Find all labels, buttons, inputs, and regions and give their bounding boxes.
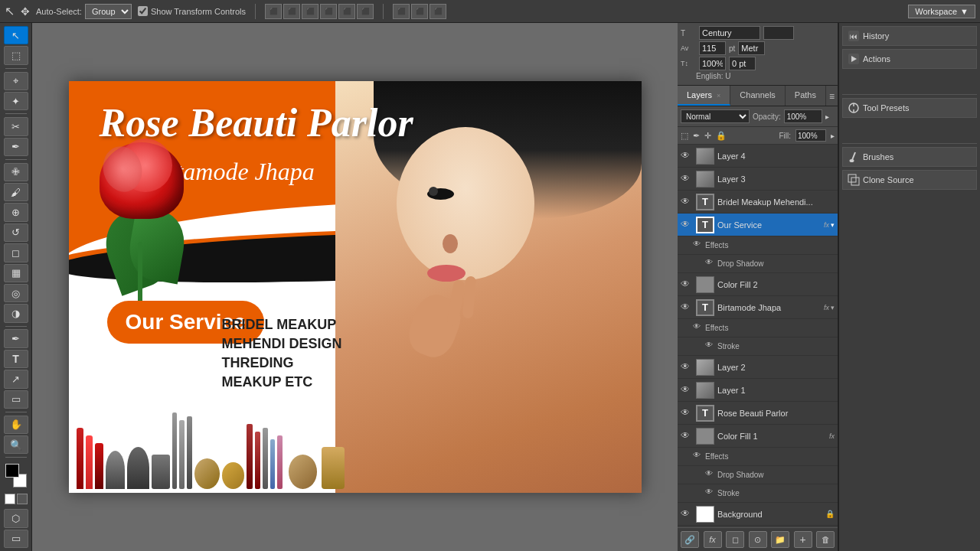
tool-presets-header[interactable]: Tool Presets <box>842 98 977 118</box>
lock-transparent-icon[interactable]: ⬚ <box>681 131 688 141</box>
show-transform-label[interactable]: Show Transform Controls <box>138 6 246 16</box>
visibility-icon[interactable]: 👁 <box>681 407 693 419</box>
lock-position-icon[interactable]: ✛ <box>704 131 711 141</box>
stamp-tool[interactable]: ⊕ <box>4 203 28 221</box>
layer-item-roseparlor[interactable]: 👁 T Rose Beauti Parlor <box>678 402 838 425</box>
workspace-button[interactable]: Workspace ▼ <box>908 5 975 18</box>
lasso-tool[interactable]: ⌖ <box>4 72 28 90</box>
align-center-btn[interactable]: ⬛ <box>283 4 300 19</box>
dist-v-btn[interactable]: ⬛ <box>411 4 428 19</box>
fg-color[interactable] <box>5 464 19 478</box>
visibility-icon[interactable]: 👁 <box>693 322 705 334</box>
visibility-icon[interactable]: 👁 <box>681 302 693 314</box>
leading-input[interactable] <box>699 57 726 70</box>
dist-h-btn[interactable]: ⬛ <box>393 4 410 19</box>
hand-tool[interactable]: ✋ <box>4 416 28 434</box>
crop-tool[interactable]: ✂ <box>4 117 28 135</box>
layer-item-colorfill1[interactable]: 👁 Color Fill 1 fx <box>678 425 838 448</box>
layer-item-effects2[interactable]: 👁 Effects <box>678 319 838 337</box>
brush-tool[interactable]: 🖌 <box>4 183 28 201</box>
brushes-header[interactable]: Brushes <box>842 147 977 167</box>
visibility-icon[interactable]: 👁 <box>681 173 693 185</box>
quick-mask-btn[interactable]: ⬡ <box>4 509 28 527</box>
link-layers-btn[interactable]: 🔗 <box>681 531 699 548</box>
visibility-icon[interactable]: 👁 <box>705 341 717 353</box>
kerning-input[interactable] <box>729 57 756 70</box>
layer-item-dropshadow1[interactable]: 👁 Drop Shadow <box>678 255 838 273</box>
add-fx-btn[interactable]: fx <box>704 531 722 548</box>
layer-item-layer4[interactable]: 👁 Layer 4 <box>678 145 838 168</box>
screen-mode[interactable] <box>17 494 28 504</box>
show-transform-checkbox[interactable] <box>138 6 148 16</box>
new-group-btn[interactable]: 📁 <box>771 531 789 548</box>
move-tool[interactable]: ↖ <box>4 26 28 44</box>
visibility-icon[interactable]: 👁 <box>681 219 693 231</box>
clone-source-header[interactable]: Clone Source <box>842 170 977 190</box>
fill-arrows[interactable]: ▸ <box>831 132 835 140</box>
new-layer-btn[interactable]: + <box>794 531 812 548</box>
lock-image-icon[interactable]: ✒ <box>693 131 700 141</box>
shape-tool[interactable]: ▭ <box>4 390 28 409</box>
panel-menu-btn[interactable]: ≡ <box>826 86 838 106</box>
blend-mode-select[interactable]: Normal Multiply Screen <box>681 109 750 123</box>
layer-item-effects1[interactable]: 👁 Effects <box>678 236 838 255</box>
layer-item-dropshadow3[interactable]: 👁 Drop Shadow <box>678 466 838 484</box>
auto-select-dropdown[interactable]: Group Layer <box>85 4 132 19</box>
layer-item-colorfill2[interactable]: 👁 Color Fill 2 <box>678 273 838 296</box>
mask-mode[interactable] <box>5 494 15 504</box>
font-family-input[interactable] <box>699 26 760 40</box>
opacity-input[interactable] <box>784 109 822 123</box>
eraser-tool[interactable]: ◻ <box>4 243 28 262</box>
visibility-icon[interactable]: 👁 <box>681 279 693 291</box>
add-mask-btn[interactable]: ◻ <box>726 531 744 548</box>
screen-mode-btn[interactable]: ▭ <box>4 530 28 548</box>
fill-input[interactable] <box>795 129 826 142</box>
visibility-icon[interactable]: 👁 <box>705 258 717 270</box>
align-bottom-btn[interactable]: ⬛ <box>357 4 374 19</box>
visibility-icon[interactable]: 👁 <box>681 361 693 373</box>
layer-item-birtamode[interactable]: 👁 T Birtamode Jhapa fx ▾ <box>678 296 838 319</box>
magic-wand-tool[interactable]: ✦ <box>4 92 28 110</box>
type-tool[interactable]: T <box>4 350 28 368</box>
layer-item-stroke3[interactable]: 👁 Stroke <box>678 484 838 503</box>
gradient-tool[interactable]: ▦ <box>4 264 28 282</box>
layer-item-layer1[interactable]: 👁 Layer 1 <box>678 379 838 402</box>
opacity-arrows[interactable]: ▸ <box>825 112 829 121</box>
layers-tab[interactable]: Layers × <box>678 86 730 106</box>
visibility-icon[interactable]: 👁 <box>681 508 693 520</box>
blur-tool[interactable]: ◎ <box>4 284 28 302</box>
layer-item-stroke1[interactable]: 👁 Stroke <box>678 337 838 356</box>
zoom-tool[interactable]: 🔍 <box>4 435 28 454</box>
paths-tab[interactable]: Paths <box>786 86 826 106</box>
visibility-icon[interactable]: 👁 <box>693 240 705 252</box>
history-header[interactable]: ⏮ History <box>842 26 977 46</box>
visibility-icon[interactable]: 👁 <box>681 196 693 208</box>
align-top-btn[interactable]: ⬛ <box>320 4 337 19</box>
delete-layer-btn[interactable]: 🗑 <box>816 531 835 548</box>
align-middle-btn[interactable]: ⬛ <box>338 4 355 19</box>
tracking-input[interactable] <box>738 41 765 55</box>
layer-item-effects3[interactable]: 👁 Effects <box>678 448 838 466</box>
pen-tool[interactable]: ✒ <box>4 329 28 347</box>
visibility-icon[interactable]: 👁 <box>705 469 717 481</box>
visibility-icon[interactable]: 👁 <box>681 150 693 162</box>
visibility-icon[interactable]: 👁 <box>705 487 717 500</box>
visibility-icon[interactable]: 👁 <box>681 430 693 442</box>
layer-item-layer3[interactable]: 👁 Layer 3 <box>678 168 838 191</box>
eyedropper-tool[interactable]: ✒ <box>4 138 28 156</box>
select-tool[interactable]: ⬚ <box>4 46 28 64</box>
channels-tab[interactable]: Channels <box>730 86 785 106</box>
path-tool[interactable]: ↗ <box>4 370 28 388</box>
lock-all-icon[interactable]: 🔒 <box>716 131 727 141</box>
font-size-input[interactable] <box>699 41 726 55</box>
add-adjustment-btn[interactable]: ⊙ <box>749 531 767 548</box>
dodge-tool[interactable]: ◑ <box>4 304 28 322</box>
visibility-icon[interactable]: 👁 <box>681 384 693 396</box>
layer-item-bridel[interactable]: 👁 T Bridel Meakup Mehendi... <box>678 191 838 214</box>
history-brush-tool[interactable]: ↺ <box>4 223 28 242</box>
layer-item-ourservice[interactable]: 👁 T Our Service fx ▾ <box>678 214 838 236</box>
dist-eq-btn[interactable]: ⬛ <box>430 4 446 19</box>
actions-header[interactable]: Actions <box>842 49 977 69</box>
layer-item-layer2[interactable]: 👁 Layer 2 <box>678 356 838 379</box>
layer-item-background[interactable]: 👁 Background 🔒 <box>678 503 838 526</box>
